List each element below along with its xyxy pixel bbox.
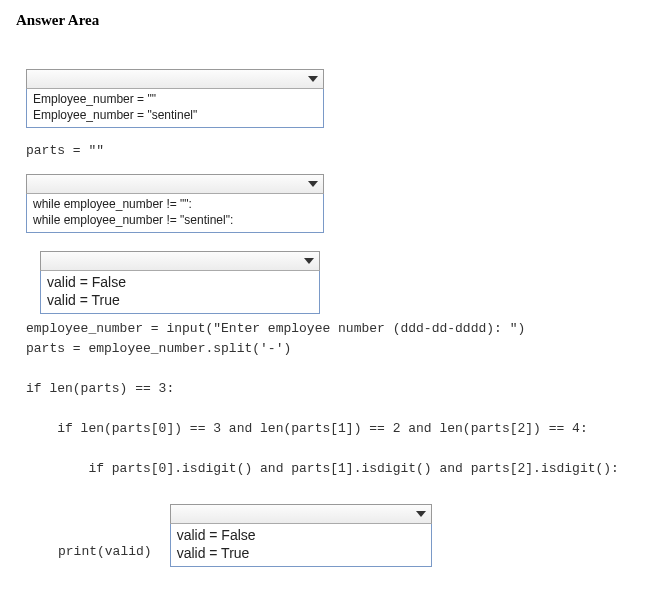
dropdown-option[interactable]: Employee_number = "" xyxy=(33,91,317,107)
dropdown-option[interactable]: valid = False xyxy=(47,273,313,291)
svg-marker-3 xyxy=(416,511,426,517)
dropdown-while-loop[interactable]: while employee_number != "": while emplo… xyxy=(26,174,324,233)
code-if-lens: if len(parts[0]) == 3 and len(parts[1]) … xyxy=(26,420,656,438)
code-input: employee_number = input("Enter employee … xyxy=(26,320,656,338)
dropdown-employee-init[interactable]: Employee_number = "" Employee_number = "… xyxy=(26,69,324,128)
dropdown-valid-init[interactable]: valid = False valid = True xyxy=(40,251,320,314)
code-print-valid: print(valid) xyxy=(58,543,152,567)
dropdown-option[interactable]: Employee_number = "sentinel" xyxy=(33,107,317,123)
dropdown-options: while employee_number != "": while emplo… xyxy=(26,193,324,233)
dropdown-valid-assign[interactable]: valid = False valid = True xyxy=(170,504,432,567)
dropdown-head[interactable] xyxy=(26,69,324,89)
dropdown-options: valid = False valid = True xyxy=(40,270,320,314)
chevron-down-icon xyxy=(305,71,321,87)
dropdown-option[interactable]: valid = False xyxy=(177,526,425,544)
dropdown-head[interactable] xyxy=(26,174,324,194)
page-title: Answer Area xyxy=(16,12,656,29)
code-split: parts = employee_number.split('-') xyxy=(26,340,656,358)
code-parts-init: parts = "" xyxy=(26,142,656,160)
svg-marker-0 xyxy=(308,76,318,82)
dropdown-head[interactable] xyxy=(40,251,320,271)
dropdown-option[interactable]: while employee_number != "sentinel": xyxy=(33,212,317,228)
chevron-down-icon xyxy=(305,176,321,192)
dropdown-head[interactable] xyxy=(170,504,432,524)
dropdown-options: valid = False valid = True xyxy=(170,523,432,567)
svg-marker-2 xyxy=(304,258,314,264)
dropdown-option[interactable]: valid = True xyxy=(47,291,313,309)
code-if-digits: if parts[0].isdigit() and parts[1].isdig… xyxy=(26,460,656,478)
svg-marker-1 xyxy=(308,181,318,187)
chevron-down-icon xyxy=(413,506,429,522)
dropdown-options: Employee_number = "" Employee_number = "… xyxy=(26,88,324,128)
chevron-down-icon xyxy=(301,253,317,269)
dropdown-option[interactable]: valid = True xyxy=(177,544,425,562)
dropdown-option[interactable]: while employee_number != "": xyxy=(33,196,317,212)
code-if-len3: if len(parts) == 3: xyxy=(26,380,656,398)
